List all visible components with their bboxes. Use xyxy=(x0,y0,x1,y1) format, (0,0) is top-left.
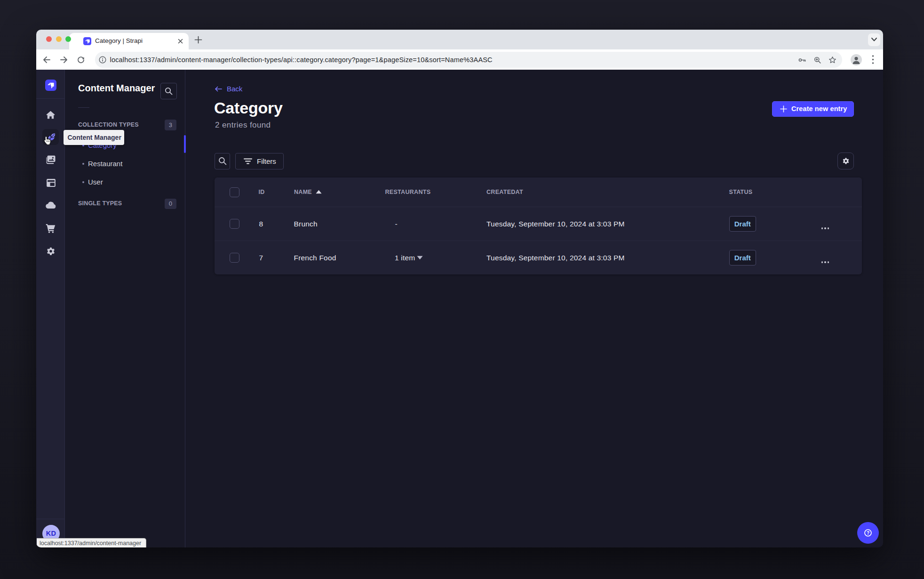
svg-text:?: ? xyxy=(867,530,869,535)
